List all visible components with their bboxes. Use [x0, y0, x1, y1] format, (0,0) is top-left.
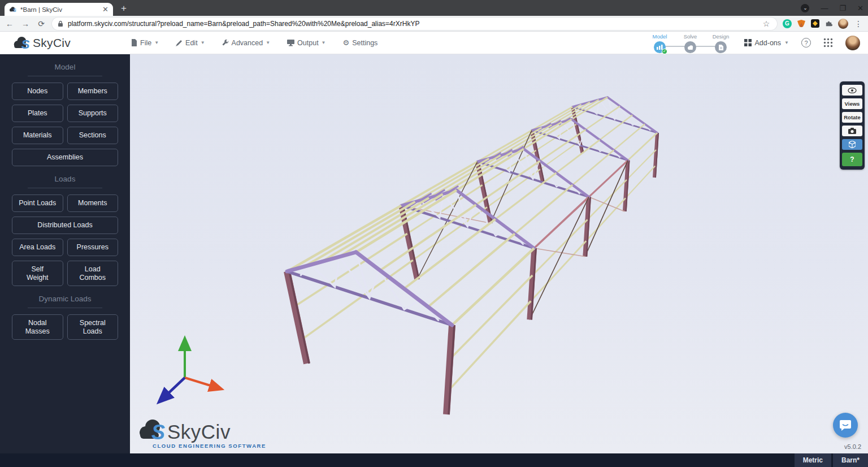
sidebar-button-load-combos[interactable]: Load Combos [67, 261, 119, 286]
sidebar-button-pressures[interactable]: Pressures [67, 239, 119, 256]
sidebar-button-distributed-loads[interactable]: Distributed Loads [12, 217, 118, 234]
structure-3d-model[interactable] [130, 54, 868, 453]
menu-settings[interactable]: ⚙ Settings [343, 38, 378, 47]
app-menus: File ▼ Edit ▼ Advanced ▼ Output [131, 38, 377, 47]
extensions-puzzle-icon[interactable] [824, 19, 833, 28]
menu-file-label: File [140, 39, 151, 47]
app-header: S SkyCiv File ▼ Edit ▼ Advanced ▼ [0, 32, 868, 54]
solve-step-cloud-icon [684, 41, 696, 53]
svg-text:S: S [151, 421, 165, 441]
skyciv-favicon: S [9, 6, 17, 13]
model-sidebar: Model Nodes Members Plates Supports Mate… [0, 54, 130, 453]
sidebar-button-assemblies[interactable]: Assemblies [12, 149, 118, 166]
menu-file[interactable]: File ▼ [131, 39, 159, 47]
sidebar-button-spectral-loads[interactable]: Spectral Loads [67, 314, 119, 340]
file-icon [131, 39, 137, 46]
chat-bubble-icon [839, 419, 852, 431]
screenshot-button[interactable] [842, 126, 862, 136]
step-design-label: Design [713, 33, 730, 40]
refresh-icon[interactable]: ⟳ [36, 19, 46, 28]
browser-profile-avatar[interactable] [838, 19, 848, 29]
sidebar-button-plates[interactable]: Plates [12, 105, 63, 122]
window-minimize-icon[interactable]: — [821, 4, 828, 12]
help-icon[interactable]: ? [801, 38, 811, 47]
sidebar-button-moments[interactable]: Moments [67, 194, 119, 212]
status-bar: Metric Barn* [0, 453, 868, 467]
skyciv-cloud-icon: S [12, 36, 32, 50]
pencil-icon [176, 40, 183, 46]
addons-menu[interactable]: Add-ons ▼ [744, 39, 789, 47]
sidebar-button-nodes[interactable]: Nodes [12, 83, 63, 100]
section-title-loads: Loads [0, 175, 130, 183]
url-bar[interactable]: platform.skyciv.com/structural?preload_n… [52, 18, 777, 30]
render-mode-button[interactable] [842, 139, 862, 150]
project-name-badge[interactable]: Barn* [833, 453, 868, 467]
cube-icon [849, 141, 856, 148]
views-button[interactable]: Views [842, 98, 862, 109]
divider [28, 76, 102, 76]
step-design[interactable]: Design [710, 33, 732, 53]
bookmark-star-icon[interactable]: ☆ [761, 19, 771, 28]
rotate-button[interactable]: Rotate [842, 112, 862, 123]
sidebar-button-sections[interactable]: Sections [67, 127, 119, 144]
eye-icon [848, 88, 857, 93]
check-badge-icon: ✓ [662, 49, 667, 54]
svg-text:S: S [21, 37, 30, 50]
user-avatar[interactable] [845, 36, 860, 50]
menu-output[interactable]: Output ▼ [287, 39, 326, 47]
browser-menu-icon[interactable]: ⋮ [853, 19, 863, 28]
section-title-model: Model [0, 63, 130, 71]
camera-icon [848, 128, 856, 134]
new-tab-icon[interactable]: + [121, 3, 127, 13]
model-viewport[interactable]: Views Rotate ? [130, 54, 868, 453]
divider [28, 308, 102, 308]
grammarly-extension-icon[interactable]: G [783, 19, 792, 28]
menu-settings-label: Settings [352, 39, 377, 47]
forward-icon[interactable]: → [20, 19, 31, 28]
version-label: v5.0.2 [844, 443, 861, 450]
gear-icon: ⚙ [343, 38, 350, 47]
chevron-down-icon: ▼ [784, 40, 789, 45]
x-axis-arrow [185, 378, 216, 387]
sidebar-button-point-loads[interactable]: Point Loads [12, 194, 63, 212]
chevron-down-icon: ▼ [154, 40, 159, 45]
step-solve-label: Solve [684, 33, 697, 40]
watermark-name: SkyCiv [167, 422, 231, 441]
window-close-icon[interactable]: ✕ [857, 4, 863, 12]
tab-title: *Barn | SkyCiv [20, 6, 102, 13]
apps-grid-icon[interactable] [823, 38, 833, 47]
metamask-extension-icon[interactable] [797, 19, 806, 28]
visibility-button[interactable] [842, 85, 862, 96]
sidebar-button-members[interactable]: Members [67, 83, 119, 100]
tab-close-icon[interactable]: ✕ [102, 6, 108, 13]
menu-edit[interactable]: Edit ▼ [176, 39, 205, 47]
media-controls-icon[interactable]: ⌄ [801, 4, 809, 12]
monitor-icon [287, 40, 294, 46]
step-model[interactable]: Model ✓ [649, 33, 671, 53]
wrench-icon [222, 40, 229, 46]
chat-support-button[interactable] [833, 413, 858, 438]
skyciv-logo[interactable]: S SkyCiv [12, 36, 131, 50]
chevron-down-icon: ▼ [322, 40, 326, 45]
viewport-toolbar: Views Rotate ? [840, 81, 865, 170]
axis-triad [147, 334, 232, 419]
units-toggle[interactable]: Metric [795, 453, 831, 467]
step-model-label: Model [653, 33, 667, 40]
step-solve[interactable]: Solve [680, 33, 701, 53]
sidebar-button-supports[interactable]: Supports [67, 105, 119, 122]
chevron-down-icon: ▼ [201, 40, 205, 45]
back-icon[interactable]: ← [5, 19, 15, 28]
url-text: platform.skyciv.com/structural?preload_n… [68, 20, 757, 28]
menu-advanced[interactable]: Advanced ▼ [222, 39, 271, 47]
wallet-extension-icon[interactable] [811, 19, 819, 28]
viewport-help-button[interactable]: ? [842, 153, 862, 166]
window-restore-icon[interactable]: ❐ [839, 4, 846, 12]
sidebar-button-area-loads[interactable]: Area Loads [12, 239, 63, 256]
section-title-dynamic-loads: Dynamic Loads [0, 295, 130, 303]
addons-grid-icon [744, 39, 752, 46]
sidebar-button-materials[interactable]: Materials [12, 127, 63, 144]
sidebar-button-nodal-masses[interactable]: Nodal Masses [12, 314, 63, 340]
browser-tab[interactable]: S *Barn | SkyCiv ✕ [5, 3, 113, 16]
sidebar-button-self-weight[interactable]: Self Weight [12, 261, 63, 286]
screen: S *Barn | SkyCiv ✕ + ⌄ — ❐ ✕ ← → ⟳ platf… [0, 0, 868, 467]
